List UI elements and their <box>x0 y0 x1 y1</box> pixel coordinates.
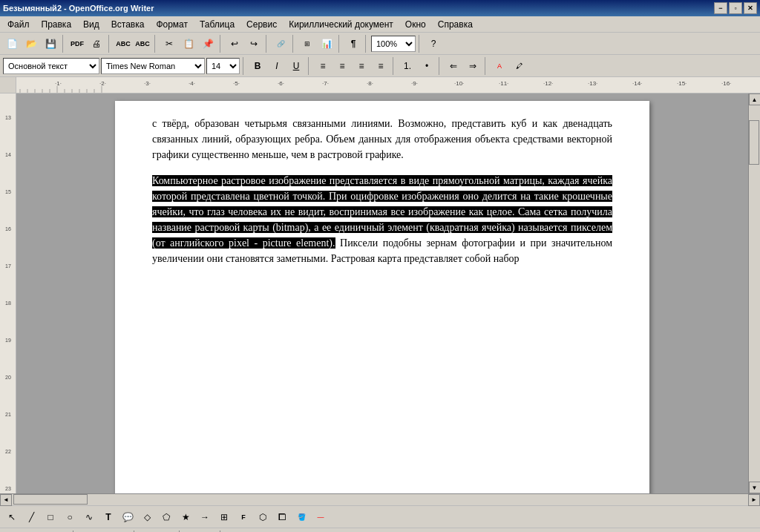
svg-text:15: 15 <box>5 189 11 194</box>
font-color-button[interactable]: A <box>491 57 508 75</box>
minimize-button[interactable]: − <box>714 2 727 14</box>
menu-view[interactable]: Вид <box>77 18 105 31</box>
more-shapes-tool[interactable]: ⊞ <box>215 508 233 526</box>
svg-text:·10·: ·10· <box>454 80 464 87</box>
menu-format[interactable]: Формат <box>150 18 194 31</box>
title-text: Безымянный2 - OpenOffice.org Writer <box>3 4 154 13</box>
ruler-horizontal: ·1· ·2· ·3· ·4· ·5· ·6· ·7· ·8· ·9· ·10·… <box>16 77 760 93</box>
numbering-button[interactable]: 1. <box>399 57 416 75</box>
menu-insert[interactable]: Вставка <box>105 18 151 31</box>
align-justify-button[interactable]: ≡ <box>372 57 390 75</box>
svg-text:20: 20 <box>5 375 11 380</box>
hyperlink-button[interactable]: 🔗 <box>272 35 289 53</box>
flowchart-tool[interactable]: ⬠ <box>157 508 175 526</box>
drawing-toolbar: ↖ ╱ □ ○ ∿ T 💬 ◇ ⬠ ★ → ⊞ F ⬡ ⧠ 🪣 — <box>0 505 760 528</box>
print-button[interactable]: 🖨 <box>88 35 105 53</box>
menu-help[interactable]: Справка <box>432 18 479 31</box>
align-right-button[interactable]: ≡ <box>353 57 370 75</box>
line-color-tool[interactable]: — <box>312 508 330 526</box>
fontwork-tool[interactable]: F <box>235 508 252 526</box>
pdf-button[interactable]: PDF <box>68 35 86 53</box>
align-left-button[interactable]: ≡ <box>314 57 332 75</box>
close-button[interactable]: ✕ <box>744 2 757 14</box>
svg-text:21: 21 <box>5 412 11 417</box>
table-button[interactable]: ⊞ <box>298 35 316 53</box>
maximize-button[interactable]: ▫ <box>729 2 742 14</box>
style-combo[interactable]: Основной текст <box>3 58 99 74</box>
chart-button[interactable]: 📊 <box>318 35 335 53</box>
font-size-combo[interactable]: 14 <box>206 58 240 74</box>
separator11 <box>308 57 311 75</box>
menu-service[interactable]: Сервис <box>240 18 283 31</box>
document-area: с твёрд, образован четырьмя связанными л… <box>16 93 748 493</box>
scroll-down-button[interactable]: ▼ <box>749 482 761 493</box>
copy-button[interactable]: 📋 <box>180 35 197 53</box>
select-tool[interactable]: ↖ <box>3 508 21 526</box>
scroll-thumb-h[interactable] <box>13 494 88 505</box>
extrusion-tool[interactable]: ⬡ <box>254 508 272 526</box>
title-bar: Безымянный2 - OpenOffice.org Writer − ▫ … <box>0 0 760 16</box>
save-button[interactable]: 💾 <box>42 35 59 53</box>
horizontal-scrollbar[interactable]: ◄ ► <box>0 493 760 505</box>
scroll-thumb-v[interactable] <box>749 120 759 165</box>
text-tool[interactable]: T <box>99 508 117 526</box>
basic-shapes-tool[interactable]: ◇ <box>138 508 156 526</box>
line-tool[interactable]: ╱ <box>22 508 40 526</box>
svg-text:13: 13 <box>5 115 11 120</box>
menu-file[interactable]: Файл <box>1 18 36 31</box>
svg-text:17: 17 <box>5 263 11 269</box>
menu-window[interactable]: Окно <box>399 18 432 31</box>
bold-button[interactable]: B <box>249 57 266 75</box>
ellipse-tool[interactable]: ○ <box>61 508 79 526</box>
separator1 <box>62 35 65 53</box>
arrow-tool[interactable]: → <box>196 508 214 526</box>
ruler-corner <box>0 77 16 93</box>
menu-bar: Файл Правка Вид Вставка Формат Таблица С… <box>0 16 760 33</box>
cut-button[interactable]: ✂ <box>160 35 178 53</box>
zoom-combo[interactable]: 100% <box>371 36 416 52</box>
scroll-left-button[interactable]: ◄ <box>0 494 12 506</box>
fill-color-tool[interactable]: 🪣 <box>292 508 310 526</box>
shadow-tool[interactable]: ⧠ <box>273 508 291 526</box>
italic-button[interactable]: I <box>268 57 286 75</box>
toolbar-formatting: Основной текст Times New Roman 14 B I U … <box>0 55 760 77</box>
open-button[interactable]: 📂 <box>22 35 40 53</box>
svg-text:·14·: ·14· <box>632 80 642 87</box>
menu-table[interactable]: Таблица <box>194 18 240 31</box>
abc-check-button[interactable]: ABC <box>114 35 132 53</box>
indent-more-button[interactable]: ⇒ <box>464 57 482 75</box>
menu-cyrillic[interactable]: Кириллический документ <box>283 18 399 31</box>
svg-text:22: 22 <box>5 449 11 454</box>
new-button[interactable]: 📄 <box>3 35 21 53</box>
indent-less-button[interactable]: ⇐ <box>445 57 462 75</box>
nonprint-button[interactable]: ¶ <box>344 35 362 53</box>
freeform-tool[interactable]: ∿ <box>80 508 98 526</box>
callout-tool[interactable]: 💬 <box>119 508 137 526</box>
svg-text:·12·: ·12· <box>543 80 553 87</box>
bullets-button[interactable]: • <box>418 57 436 75</box>
highlight-color-button[interactable]: 🖍 <box>510 57 528 75</box>
separator3 <box>154 35 157 53</box>
scroll-right-button[interactable]: ► <box>748 494 760 506</box>
ruler-vertical: 13 14 15 16 17 18 19 20 21 22 23 24 <box>0 93 16 493</box>
menu-edit[interactable]: Правка <box>36 18 78 31</box>
paste-button[interactable]: 📌 <box>199 35 217 53</box>
stars-tool[interactable]: ★ <box>177 508 194 526</box>
svg-text:23: 23 <box>5 486 11 491</box>
redo-button[interactable]: ↪ <box>245 35 263 53</box>
undo-button[interactable]: ↩ <box>226 35 243 53</box>
rectangle-tool[interactable]: □ <box>42 508 59 526</box>
vertical-scrollbar[interactable]: ▲ ▼ <box>748 93 760 493</box>
scroll-track-v[interactable] <box>749 105 760 482</box>
document-page: с твёрд, образован четырьмя связанными л… <box>115 101 649 493</box>
abc2-button[interactable]: ABC <box>134 35 151 53</box>
help-button[interactable]: ? <box>425 35 442 53</box>
align-center-button[interactable]: ≡ <box>333 57 351 75</box>
paragraph-2: Компьютерное растровое изображение предс… <box>152 173 612 266</box>
scroll-track-h[interactable] <box>12 494 748 505</box>
underline-button[interactable]: U <box>287 57 305 75</box>
scroll-up-button[interactable]: ▲ <box>749 93 761 105</box>
font-combo[interactable]: Times New Roman <box>101 58 205 74</box>
svg-text:·13·: ·13· <box>588 80 597 87</box>
svg-text:18: 18 <box>5 301 11 306</box>
